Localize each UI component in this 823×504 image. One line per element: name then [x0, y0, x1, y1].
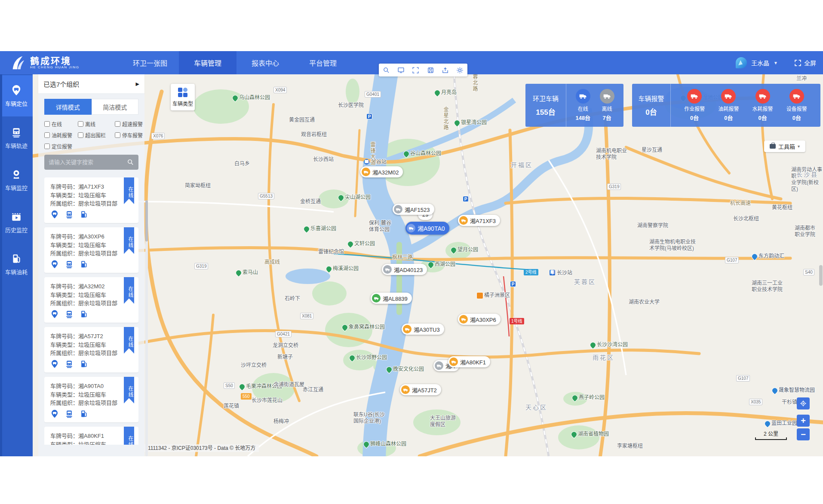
user-chevron-down-icon[interactable]: ▼	[774, 61, 778, 65]
export-icon[interactable]	[441, 66, 449, 74]
logo-title: 鹤成环境	[30, 56, 80, 66]
locate-vehicle-icon[interactable]	[50, 260, 59, 269]
vehicle-marker-label: 湘AL8839	[383, 294, 408, 302]
alarm-item-label: 水耗报警	[752, 105, 773, 112]
panel-scrollbar[interactable]	[145, 200, 148, 456]
locate-vehicle-icon[interactable]	[50, 360, 59, 368]
vehicle-card[interactable]: 车牌号码：湘A80KF1 车辆类型：垃圾压缩车 所属组织：厨余垃圾项目部 在线	[44, 427, 138, 445]
search-icon[interactable]	[127, 159, 134, 166]
checkbox-input[interactable]	[115, 121, 120, 127]
vehicle-marker[interactable]: 湘A90TA0	[405, 222, 449, 235]
locate-vehicle-icon[interactable]	[50, 310, 59, 318]
vehicle-marker[interactable]: 湘A80KF1	[448, 356, 490, 367]
nav-item[interactable]: 环卫一张图	[121, 51, 179, 74]
alarm-item-count: 0台	[724, 113, 733, 122]
zoom-out-button[interactable]: −	[797, 428, 810, 440]
sidebar-item-vehicle-monitor[interactable]: 车辆监控	[0, 159, 33, 201]
offline-truck-icon	[600, 89, 614, 104]
vehicle-type-button[interactable]: 车辆类型	[171, 84, 195, 110]
vehicle-card[interactable]: 车牌号码：湘A30XP6 车辆类型：垃圾压缩车 所属组织：厨余垃圾项目部 在线	[44, 227, 138, 273]
org-label: 所属组织：	[50, 200, 78, 207]
vehicle-marker[interactable]: 湘A32M02	[360, 166, 403, 177]
map-scalebar: 2 公里	[755, 430, 787, 440]
filter-checkbox[interactable]: 停车报警	[115, 131, 143, 139]
nav-item[interactable]: 报表中心	[236, 51, 294, 74]
fullscreen-button[interactable]: 全屏	[794, 58, 816, 67]
sidebar-item-history-monitor[interactable]: 历史监控	[0, 202, 33, 243]
gear-icon[interactable]	[456, 66, 464, 74]
vehicle-marker[interactable]: 湘AD40123	[382, 264, 427, 275]
monitor-icon[interactable]	[396, 66, 405, 74]
sidebar-item-vehicle-track[interactable]: 车辆轨迹	[0, 117, 33, 159]
plate-value: 湘A90TA0	[78, 383, 104, 389]
vehicle-card[interactable]: 车牌号码：湘A32M02 车辆类型：垃圾压缩车 所属组织：厨余垃圾项目部 在线	[44, 277, 138, 323]
truck-icon	[403, 325, 412, 333]
checkbox-input[interactable]	[44, 132, 50, 138]
vehicle-list[interactable]: 车牌号码：湘A71XF3 车辆类型：垃圾压缩车 所属组织：厨余垃圾项目部 在线 …	[44, 177, 138, 445]
toolbox-button[interactable]: 工具箱 ▾	[764, 141, 805, 152]
checkbox-input[interactable]	[78, 121, 83, 127]
checkbox-input[interactable]	[115, 132, 120, 138]
vehicle-marker-label: 湘A57JT2	[412, 386, 437, 394]
locate-vehicle-icon[interactable]	[50, 409, 59, 418]
video-icon	[11, 211, 22, 222]
vehicle-marker[interactable]: 湘A57JT2	[400, 384, 441, 395]
vehicle-card[interactable]: 车牌号码：湘A90TA0 车辆类型：垃圾压缩车 所属组织：厨余垃圾项目部 在线	[44, 377, 138, 422]
filter-checkbox[interactable]: 定位报警	[44, 143, 78, 150]
expand-arrow-icon[interactable]: ▶	[136, 81, 139, 87]
user-avatar[interactable]	[736, 57, 747, 68]
map-canvas[interactable]	[33, 74, 823, 456]
fleet-total: 环卫车辆 155台	[525, 84, 566, 127]
user-name[interactable]: 王水晶	[751, 58, 769, 67]
sidebar-item-label: 车辆油耗	[5, 268, 28, 276]
track-playback-icon[interactable]	[65, 310, 74, 318]
zoom-search-icon[interactable]	[382, 66, 390, 74]
fuel-record-icon[interactable]	[80, 210, 88, 219]
truck-icon	[383, 265, 392, 274]
type-label: 车辆类型：	[50, 391, 78, 398]
scrollbar-thumb[interactable]	[145, 200, 148, 241]
fuel-record-icon[interactable]	[80, 260, 88, 269]
track-playback-icon[interactable]	[65, 360, 74, 368]
sidebar-item-vehicle-fuel[interactable]: 车辆油耗	[0, 244, 33, 285]
expand-icon[interactable]	[412, 66, 420, 74]
vehicle-card[interactable]: 车牌号码：湘A57JT2 车辆类型：垃圾压缩车 所属组织：厨余垃圾项目部 在线	[44, 327, 138, 373]
filter-checkbox[interactable]: 离线	[78, 120, 115, 128]
sidebar-item-vehicle-location[interactable]: 车辆定位	[0, 75, 33, 116]
alarm-stats-panel: 车辆报警 0台 作业报警 0台 油耗报警 0台 水耗报警 0台 设备报警 0台	[632, 84, 820, 127]
track-playback-icon[interactable]	[65, 409, 74, 418]
browser-scrollbar-thumb[interactable]	[819, 265, 823, 286]
fuel-record-icon[interactable]	[80, 310, 88, 318]
locate-button[interactable]	[797, 397, 810, 409]
track-playback-icon[interactable]	[65, 260, 74, 269]
checkbox-input[interactable]	[44, 121, 50, 127]
vehicle-card[interactable]: 车牌号码：湘A71XF3 车辆类型：垃圾压缩车 所属组织：厨余垃圾项目部 在线	[44, 177, 138, 223]
vehicle-marker[interactable]: 湘A30XP6	[458, 314, 501, 325]
mode-tab[interactable]: 简洁模式	[92, 99, 139, 115]
nav-item[interactable]: 车辆管理	[179, 51, 236, 74]
checkbox-input[interactable]	[44, 144, 50, 149]
locate-vehicle-icon[interactable]	[50, 210, 59, 219]
checkbox-input[interactable]	[78, 132, 83, 138]
filter-checkbox[interactable]: 在线	[44, 120, 78, 128]
search-input[interactable]	[49, 159, 127, 165]
map-attribution: 1111342 - 京ICP证030173号 - Data © 长地万方	[144, 444, 259, 452]
vehicle-marker-label: 湘A90TA0	[418, 224, 445, 232]
filter-checkbox[interactable]: 超出围栏	[78, 131, 115, 139]
vehicle-marker[interactable]: 湘AF1523	[393, 204, 434, 215]
org-selector[interactable]: 已选7个组织 ▶	[38, 74, 144, 93]
type-value: 垃圾压缩车	[78, 342, 106, 348]
vehicle-marker[interactable]: 湘A71XF3	[458, 215, 500, 226]
save-icon[interactable]	[426, 66, 435, 74]
filter-checkbox[interactable]: 油耗报警	[44, 131, 78, 139]
vehicle-marker-label: 湘AD40123	[394, 266, 423, 274]
fuel-record-icon[interactable]	[80, 360, 88, 368]
filter-checkbox[interactable]: 超速报警	[115, 120, 143, 128]
track-playback-icon[interactable]	[65, 210, 74, 219]
vehicle-marker[interactable]: 湘AL8839	[371, 293, 412, 304]
nav-item[interactable]: 平台管理	[294, 51, 352, 74]
fuel-record-icon[interactable]	[80, 409, 88, 418]
mode-tab[interactable]: 详情模式	[44, 99, 92, 115]
zoom-in-button[interactable]: +	[797, 415, 810, 427]
vehicle-marker[interactable]: 湘A30TU3	[402, 324, 444, 335]
